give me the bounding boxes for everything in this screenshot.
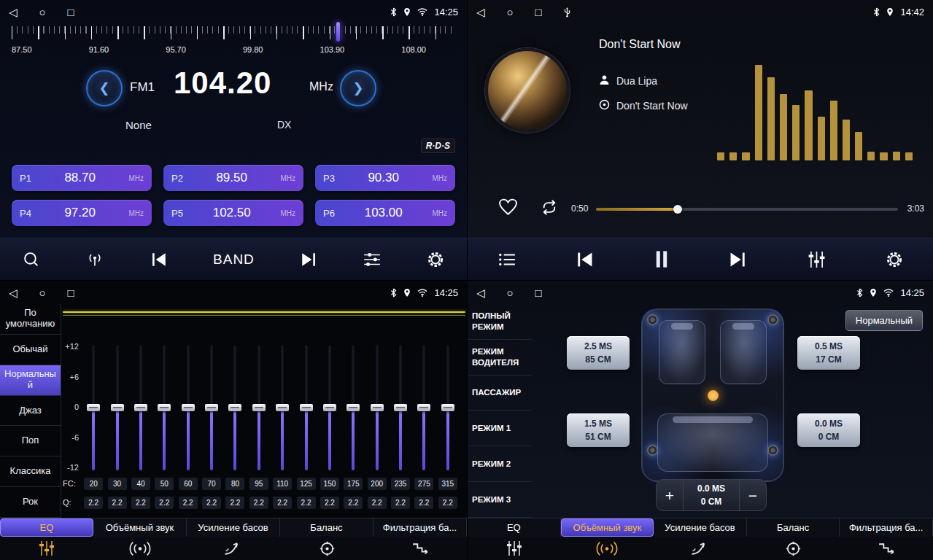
progress-knob[interactable] xyxy=(673,205,682,214)
eq-preset-item[interactable]: Классика xyxy=(0,456,61,487)
frequency-scale[interactable]: 87.5091.6095.7099.80103.90108.00 xyxy=(0,26,467,61)
slider-knob[interactable] xyxy=(182,404,195,411)
nav-recents-icon[interactable]: □ xyxy=(68,7,74,18)
bass-boost-icon[interactable] xyxy=(223,541,244,556)
bass-boost-icon[interactable] xyxy=(690,541,711,556)
favorite-icon[interactable] xyxy=(498,198,518,219)
slider-knob[interactable] xyxy=(347,404,360,411)
slider-knob[interactable] xyxy=(158,404,171,411)
eq-band-slider[interactable] xyxy=(163,345,166,470)
bottom-tab[interactable]: Фильтрация ба... xyxy=(373,518,467,537)
slider-knob[interactable] xyxy=(205,404,218,411)
rear-left-delay-button[interactable]: 1.5 MS 51 CM xyxy=(567,413,630,447)
eq-band-slider[interactable] xyxy=(281,345,284,470)
rear-right-delay-button[interactable]: 0.0 MS 0 CM xyxy=(797,413,860,447)
slider-knob[interactable] xyxy=(134,404,147,411)
slider-knob[interactable] xyxy=(394,404,407,411)
eq-preset-item[interactable]: Рок xyxy=(0,487,61,518)
eq-preset-item[interactable]: Джаз xyxy=(0,396,61,427)
slider-knob[interactable] xyxy=(228,404,241,411)
nav-back-icon[interactable]: ◁ xyxy=(9,7,18,18)
slider-knob[interactable] xyxy=(300,404,313,411)
eq-icon[interactable] xyxy=(505,540,524,556)
skip-next-icon[interactable] xyxy=(728,251,747,268)
preset-button[interactable]: P188.70MHz xyxy=(12,165,152,191)
nav-back-icon[interactable]: ◁ xyxy=(476,287,485,298)
nav-recents-icon[interactable]: □ xyxy=(535,7,542,18)
scan-icon[interactable] xyxy=(23,251,39,268)
nav-recents-icon[interactable]: □ xyxy=(535,287,542,298)
nav-home-icon[interactable]: ○ xyxy=(507,7,514,18)
tune-up-button[interactable]: ❯ xyxy=(340,70,376,106)
settings-gear-icon[interactable] xyxy=(427,251,444,268)
pause-icon[interactable] xyxy=(654,250,669,268)
eq-band-slider[interactable] xyxy=(187,345,190,470)
front-right-delay-button[interactable]: 0.5 MS 17 CM xyxy=(797,336,860,370)
slider-knob[interactable] xyxy=(276,404,289,411)
nav-back-icon[interactable]: ◁ xyxy=(9,287,18,298)
eq-preset-item[interactable]: Обычай xyxy=(0,335,61,365)
eq-band-slider[interactable] xyxy=(139,345,142,470)
slider-knob[interactable] xyxy=(323,404,336,411)
sound-preset-button[interactable]: Нормальный xyxy=(845,310,923,331)
eq-band-slider[interactable] xyxy=(422,345,425,470)
decrease-delay-button[interactable]: − xyxy=(740,488,766,503)
sound-mode-item[interactable]: РЕЖИМ 1 xyxy=(468,411,532,446)
slider-knob[interactable] xyxy=(417,404,430,411)
eq-band-slider[interactable] xyxy=(328,345,331,470)
nav-home-icon[interactable]: ○ xyxy=(39,287,46,298)
bottom-tab[interactable]: EQ xyxy=(468,518,561,537)
slider-knob[interactable] xyxy=(111,404,124,411)
eq-band-slider[interactable] xyxy=(376,345,379,470)
eq-band-slider[interactable] xyxy=(305,345,308,470)
eq-band-slider[interactable] xyxy=(210,345,213,470)
eq-icon[interactable] xyxy=(37,540,56,556)
bottom-tab[interactable]: Баланс xyxy=(747,518,840,537)
mixer-faders-icon[interactable] xyxy=(807,251,826,268)
slider-knob[interactable] xyxy=(87,404,100,411)
preset-button[interactable]: P5102.50MHz xyxy=(163,200,303,226)
listening-position-dot[interactable] xyxy=(708,390,719,401)
eq-preset-item[interactable]: Поп xyxy=(0,426,61,456)
repeat-icon[interactable] xyxy=(539,200,560,218)
eq-band-slider[interactable] xyxy=(258,345,260,470)
balance-icon[interactable] xyxy=(320,541,335,556)
balance-icon[interactable] xyxy=(786,541,801,556)
surround-sound-icon[interactable] xyxy=(129,541,151,556)
eq-band-slider[interactable] xyxy=(92,345,95,470)
playlist-icon[interactable] xyxy=(498,252,516,268)
broadcast-icon[interactable] xyxy=(85,252,105,268)
eq-preset-item[interactable]: По умолчанию xyxy=(0,304,61,335)
preset-button[interactable]: P6103.00MHz xyxy=(315,200,455,226)
nav-home-icon[interactable]: ○ xyxy=(507,287,514,298)
slider-knob[interactable] xyxy=(441,404,454,411)
bottom-tab[interactable]: Усиление басов xyxy=(654,518,747,537)
eq-band-slider[interactable] xyxy=(233,345,236,470)
bottom-tab[interactable]: Баланс xyxy=(280,518,373,537)
sound-mode-item[interactable]: РЕЖИМ 2 xyxy=(468,446,532,482)
settings-gear-icon[interactable] xyxy=(886,251,903,268)
eq-preset-item[interactable]: Нормальный xyxy=(0,365,61,396)
eq-band-slider[interactable] xyxy=(116,345,119,470)
preset-button[interactable]: P390.30MHz xyxy=(315,165,455,191)
sound-mode-item[interactable]: РЕЖИМ ВОДИТЕЛЯ xyxy=(468,340,532,376)
bottom-tab[interactable]: Объёмный звук xyxy=(93,518,187,537)
bottom-tab[interactable]: EQ xyxy=(0,518,93,537)
sound-mode-item[interactable]: РЕЖИМ 3 xyxy=(468,482,532,518)
slider-knob[interactable] xyxy=(371,404,384,411)
slider-knob[interactable] xyxy=(252,404,266,411)
skip-next-icon[interactable] xyxy=(300,252,317,268)
nav-back-icon[interactable]: ◁ xyxy=(476,7,485,18)
eq-band-slider[interactable] xyxy=(446,345,449,470)
bottom-tab[interactable]: Усиление басов xyxy=(187,518,280,537)
sound-mode-item[interactable]: ПАССАЖИР xyxy=(468,376,532,411)
filter-icon[interactable] xyxy=(411,541,430,556)
progress-slider[interactable] xyxy=(596,208,898,211)
preset-button[interactable]: P497.20MHz xyxy=(12,200,152,226)
sound-mode-item[interactable]: ПОЛНЫЙ РЕЖИМ xyxy=(468,304,532,340)
bottom-tab[interactable]: Фильтрация ба... xyxy=(840,518,933,537)
eq-band-slider[interactable] xyxy=(399,345,402,470)
filter-icon[interactable] xyxy=(878,541,896,556)
surround-sound-icon[interactable] xyxy=(596,541,618,556)
tune-down-button[interactable]: ❮ xyxy=(86,70,123,106)
